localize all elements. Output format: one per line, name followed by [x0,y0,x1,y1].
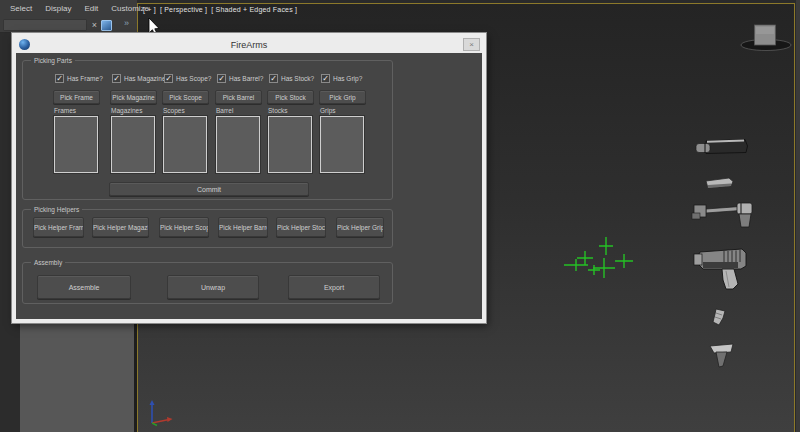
export-button[interactable]: Export [288,275,380,299]
menu-display[interactable]: Display [45,4,71,13]
pick-magazine-button[interactable]: Pick Magazine [110,90,157,104]
pick-barrel-button[interactable]: Pick Barrel [215,90,262,104]
max-logo-icon [19,39,30,50]
explorer-display-icon[interactable] [101,20,112,31]
viewport-label: [ + ] [ Perspective ] [ Shaded + Edged F… [143,6,297,13]
check-icon: ✓ [112,74,121,83]
pick-helper-barrel-button[interactable]: Pick Helper Barrel [218,217,268,237]
menu-customize[interactable]: Customize [111,4,149,13]
has-magazine-checkbox[interactable]: ✓ Has Magazine [112,74,166,83]
assembly-group: Assembly Assemble Unwrap Export [22,262,393,304]
check-icon: ✓ [269,74,278,83]
commit-button[interactable]: Commit [109,182,309,196]
check-icon: ✓ [164,74,173,83]
close-icon[interactable]: × [463,38,480,51]
viewport-pov-menu[interactable]: [ Perspective ] [160,6,207,13]
dialog-body: Picking Parts ✓ Has Frame? Pick Frame Fr… [16,53,482,319]
frames-listbox[interactable] [54,116,98,173]
pick-frame-button[interactable]: Pick Frame [53,90,100,104]
check-icon: ✓ [55,74,64,83]
has-barrel-checkbox[interactable]: ✓ Has Barrel? [217,74,263,83]
pick-stock-button[interactable]: Pick Stock [267,90,314,104]
picking-helpers-group: Picking Helpers Pick Helper Frame Pick H… [22,209,393,248]
pick-helper-frame-button[interactable]: Pick Helper Frame [33,217,84,237]
pick-helper-magazine-button[interactable]: Pick Helper Magazine [92,217,149,237]
dialog-title: FireArms [231,40,268,50]
check-icon: ✓ [321,74,330,83]
magazines-listbox[interactable] [111,116,155,173]
dialog-titlebar[interactable]: FireArms × [16,37,482,53]
grips-list-label: Grips [320,107,336,114]
stocks-listbox[interactable] [268,116,312,173]
picking-helpers-label: Picking Helpers [31,206,82,214]
column-barrel: ✓ Has Barrel? Pick Barrel Barrel [215,74,265,174]
has-stock-checkbox[interactable]: ✓ Has Stock? [269,74,314,83]
pick-scope-button[interactable]: Pick Scope [162,90,209,104]
explorer-menubar: Select Display Edit Customize [10,4,149,13]
viewport-shading-menu[interactable]: [ Shaded + Edged Faces ] [211,6,297,13]
column-scope: ✓ Has Scope? Pick Scope Scopes [162,74,212,174]
has-frame-checkbox[interactable]: ✓ Has Frame? [55,74,103,83]
picking-parts-group: Picking Parts ✓ Has Frame? Pick Frame Fr… [22,60,393,200]
scene-explorer-header: Select Display Edit Customize × » [0,0,137,33]
grips-listbox[interactable] [320,116,364,173]
firearms-dialog: FireArms × Picking Parts ✓ Has Frame? Pi… [12,33,486,323]
overflow-chevron-icon[interactable]: » [124,18,129,28]
magazines-list-label: Magazines [111,107,142,114]
frames-list-label: Frames [54,107,76,114]
stocks-list-label: Stocks [268,107,288,114]
assemble-button[interactable]: Assemble [37,275,131,299]
pick-grip-button[interactable]: Pick Grip [319,90,366,104]
column-stock: ✓ Has Stock? Pick Stock Stocks [267,74,317,174]
unwrap-button[interactable]: Unwrap [167,275,259,299]
scopes-list-label: Scopes [163,107,185,114]
column-grip: ✓ Has Grip? Pick Grip Grips [319,74,369,174]
barrel-list-label: Barrel [216,107,233,114]
left-viewport-panel [20,323,134,432]
assembly-label: Assembly [31,259,65,267]
pick-helper-grip-button[interactable]: Pick Helper Grip [336,217,384,237]
menu-edit[interactable]: Edit [84,4,98,13]
menu-select[interactable]: Select [10,4,32,13]
has-scope-checkbox[interactable]: ✓ Has Scope? [164,74,211,83]
pick-helper-stock-button[interactable]: Pick Helper Stock [276,217,326,237]
command-panel-edge [796,0,800,432]
explorer-search-input[interactable] [3,19,87,31]
pick-helper-scope-button[interactable]: Pick Helper Scope [159,217,209,237]
barrel-listbox[interactable] [216,116,260,173]
scopes-listbox[interactable] [163,116,207,173]
column-frame: ✓ Has Frame? Pick Frame Frames [53,74,103,174]
check-icon: ✓ [217,74,226,83]
3dsmax-workspace: Select Display Edit Customize × » [ + ] … [0,0,800,432]
column-magazine: ✓ Has Magazine Pick Magazine Magazines [110,74,160,174]
has-grip-checkbox[interactable]: ✓ Has Grip? [321,74,362,83]
picking-parts-label: Picking Parts [31,57,75,65]
clear-search-icon[interactable]: × [90,19,99,31]
